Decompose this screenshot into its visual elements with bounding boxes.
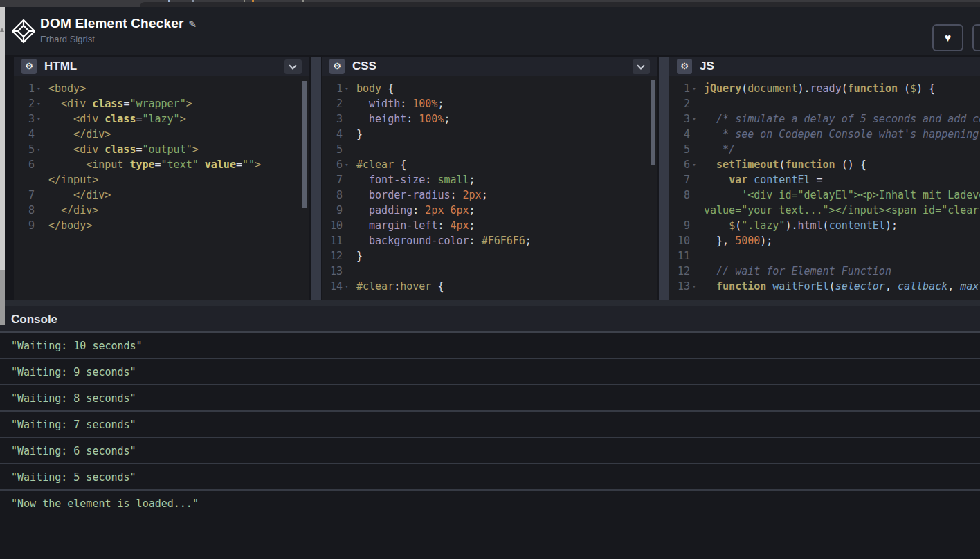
fold-gutter <box>690 218 698 233</box>
code-line: 12 // wait for Element Function <box>669 264 980 279</box>
panel-resizer[interactable] <box>311 57 321 300</box>
line-number: 6 <box>322 157 343 172</box>
edit-title-pencil-icon[interactable]: ✎ <box>189 19 197 30</box>
code-text: jQuery(document).ready(function ($) { <box>704 81 935 96</box>
code-text: value="your text..."></input><span id="c… <box>704 203 980 218</box>
scrollbar-thumb[interactable] <box>0 270 5 325</box>
fold-caret-icon[interactable]: ▾ <box>343 157 351 172</box>
line-number: 1 <box>14 81 35 96</box>
line-number: 2 <box>14 96 35 111</box>
fold-gutter <box>35 218 43 233</box>
code-text: </div> <box>48 203 98 218</box>
fold-caret-icon[interactable]: ▾ <box>35 96 43 111</box>
fold-gutter <box>343 142 351 157</box>
fold-gutter <box>35 203 43 218</box>
left-window-scrollbar[interactable] <box>0 7 5 325</box>
fold-caret-icon[interactable]: ▾ <box>690 81 698 96</box>
code-line: </input> <box>14 172 309 187</box>
code-line: 7 var contentEl = <box>669 172 980 187</box>
fold-caret-icon[interactable]: ▾ <box>690 279 698 294</box>
fold-caret-icon[interactable]: ▾ <box>35 81 43 96</box>
code-text: * see on Codepen Console what's happenin… <box>704 127 980 142</box>
fold-caret-icon[interactable]: ▾ <box>343 81 351 96</box>
line-number: 5 <box>322 142 343 157</box>
js-code-editor[interactable]: 1▾jQuery(document).ready(function ($) {2… <box>669 76 980 300</box>
fold-gutter <box>343 203 351 218</box>
code-text: '<div id="delayEl"><p>Inhalt mit Ladeve <box>704 187 980 203</box>
fold-gutter <box>690 127 698 142</box>
code-line: 5 <box>322 142 657 157</box>
css-collapse-button[interactable] <box>633 59 650 74</box>
partial-toolbar-button[interactable] <box>972 24 980 51</box>
console-resize-handle[interactable] <box>0 300 980 306</box>
line-number: 6 <box>669 157 690 172</box>
css-settings-gear-icon[interactable]: ⚙ <box>329 59 345 74</box>
html-editor-scrollbar-thumb[interactable] <box>302 81 307 208</box>
fold-caret-icon[interactable]: ▾ <box>690 157 698 172</box>
js-editor-panel: ⚙ JS 1▾jQuery(document).ready(function (… <box>669 57 980 300</box>
code-line: 7 font-size: small; <box>322 172 657 187</box>
fold-gutter <box>343 187 351 203</box>
console-region: Console "Waiting: 10 seconds""Waiting: 9… <box>0 300 980 559</box>
fold-gutter <box>343 233 351 248</box>
fold-gutter <box>35 172 43 187</box>
code-text: border-radius: 2px; <box>356 187 488 203</box>
fold-caret-icon[interactable]: ▾ <box>35 111 43 127</box>
html-code-editor[interactable]: 1▾<body>2▾ <div class="wrapper">3▾ <div … <box>14 76 309 300</box>
code-line: 3 height: 100%; <box>322 111 657 127</box>
js-panel-label: JS <box>700 59 714 73</box>
line-number: 2 <box>669 96 690 111</box>
code-line: 4} <box>322 127 657 142</box>
console-log-row: "Now the element is loaded..." <box>0 491 980 517</box>
code-line: 9 padding: 2px 6px; <box>322 203 657 218</box>
console-header: Console <box>0 306 980 333</box>
code-text: /* simulate a delay of 5 seconds and add… <box>704 111 980 127</box>
code-text: // wait for Element Function <box>704 264 891 279</box>
html-panel-header: ⚙ HTML <box>14 57 309 76</box>
browser-top-strip <box>0 0 980 7</box>
html-settings-gear-icon[interactable]: ⚙ <box>21 59 37 74</box>
pen-author[interactable]: Erhard Sigrist <box>40 34 197 44</box>
css-code-editor[interactable]: 1▾body {2 width: 100%;3 height: 100%;4}5… <box>322 76 657 300</box>
code-line: 1▾body { <box>322 81 657 96</box>
line-number: 10 <box>669 233 690 248</box>
fold-gutter <box>343 248 351 264</box>
fold-gutter <box>690 142 698 157</box>
html-collapse-button[interactable] <box>284 59 302 74</box>
urlbar-fragment <box>140 2 980 7</box>
code-line: 8 border-radius: 2px; <box>322 187 657 203</box>
console-log-row: "Waiting: 7 seconds" <box>0 412 980 438</box>
fold-caret-icon[interactable]: ▾ <box>343 279 351 294</box>
css-editor-scrollbar-thumb[interactable] <box>651 80 655 165</box>
css-panel-header: ⚙ CSS <box>322 57 657 76</box>
scrollbar-arrow-icon[interactable] <box>0 28 4 32</box>
fold-gutter <box>690 203 698 218</box>
code-line: 8 </div> <box>14 203 309 218</box>
code-line: 2▾ <div class="wrapper"> <box>14 96 309 111</box>
code-text: }, 5000); <box>704 233 772 248</box>
line-number: 8 <box>669 187 690 203</box>
code-text: height: 100%; <box>356 111 450 127</box>
line-number: 11 <box>322 233 343 248</box>
code-line: 6 <input type="text" value=""> <box>14 157 309 172</box>
line-number: 1 <box>322 81 343 96</box>
panel-resizer[interactable] <box>659 57 669 300</box>
codepen-logo-icon[interactable] <box>10 18 37 44</box>
chevron-down-icon <box>637 62 644 69</box>
fold-caret-icon[interactable]: ▾ <box>35 142 43 157</box>
fold-gutter <box>343 127 351 142</box>
code-line: 11 <box>669 248 980 264</box>
code-text: function waitForEl(selector, callback, m… <box>704 279 980 294</box>
code-line: 9 $(".lazy").html(contentEl); <box>669 218 980 233</box>
console-log-row: "Waiting: 9 seconds" <box>0 359 980 385</box>
pen-title: DOM Element Checker <box>40 16 184 30</box>
line-number: 9 <box>322 203 343 218</box>
code-line: 12} <box>322 248 657 264</box>
editor-panels-region: ⚙ HTML 1▾<body>2▾ <div class="wrapper">3… <box>0 55 980 300</box>
fold-caret-icon[interactable]: ▾ <box>690 111 698 127</box>
code-text: #clear:hover { <box>356 279 444 294</box>
line-number: 6 <box>14 157 35 172</box>
like-heart-button[interactable]: ♥ <box>932 24 963 51</box>
js-settings-gear-icon[interactable]: ⚙ <box>677 59 692 74</box>
codepen-editor-page: { "header": { "title": "DOM Element Chec… <box>0 0 980 559</box>
